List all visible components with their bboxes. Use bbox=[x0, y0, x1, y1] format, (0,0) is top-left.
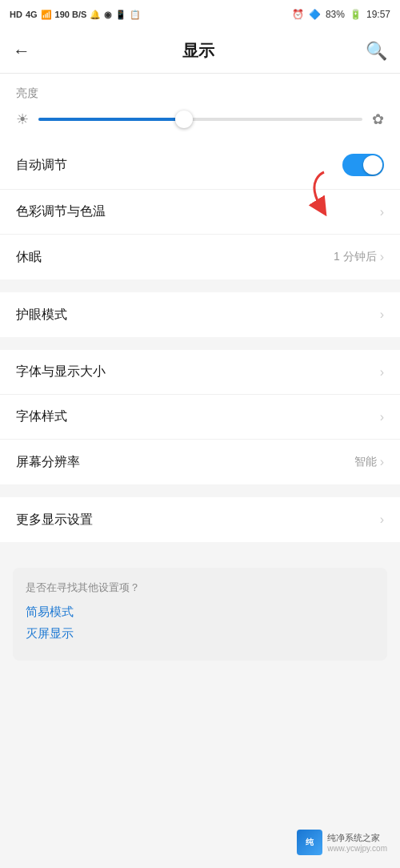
slider-fill bbox=[38, 118, 184, 121]
wifi-icon: 📶 bbox=[41, 10, 52, 20]
divider-1 bbox=[0, 286, 400, 292]
resolution-value-text: 智能 bbox=[354, 455, 377, 469]
sleep-value: 1 分钟后 › bbox=[334, 250, 384, 264]
suggestion-card: 是否在寻找其他设置项？ 简易模式 灭屏显示 bbox=[13, 568, 387, 661]
nav-bar: ← 显示 🔍 bbox=[0, 29, 400, 74]
watermark-logo-text: 纯 bbox=[306, 837, 314, 848]
auto-adjust-row[interactable]: 自动调节 bbox=[0, 141, 400, 190]
font-style-row[interactable]: 字体样式 › bbox=[0, 395, 400, 440]
battery-icon: 🔋 bbox=[350, 9, 362, 20]
page-title: 显示 bbox=[182, 40, 214, 62]
watermark-logo: 纯 bbox=[297, 830, 322, 855]
brightness-max-icon: ✿ bbox=[372, 111, 384, 128]
screen-off-link[interactable]: 灭屏显示 bbox=[26, 626, 374, 641]
chevron-icon-more: › bbox=[380, 512, 384, 527]
eye-mode-section: 护眼模式 › bbox=[0, 292, 400, 337]
speed-label: 190 B/S bbox=[55, 10, 87, 19]
color-temp-row[interactable]: 色彩调节与色温 › bbox=[0, 190, 400, 235]
brightness-min-icon: ☀ bbox=[16, 111, 29, 128]
slider-track bbox=[38, 118, 362, 121]
battery-label: 83% bbox=[326, 9, 345, 20]
font-style-label: 字体样式 bbox=[16, 408, 67, 425]
chevron-icon-color: › bbox=[380, 205, 384, 219]
more-display-label: 更多显示设置 bbox=[16, 512, 93, 528]
chevron-icon-font-size: › bbox=[380, 365, 384, 380]
status-bar: HD 4G 📶 190 B/S 🔔 ◉ 📱 📋 ⏰ 🔷 83% 🔋 19:57 bbox=[0, 0, 400, 29]
chevron-icon-resolution: › bbox=[380, 455, 384, 469]
divider-2 bbox=[0, 344, 400, 350]
app-icon-2: 📋 bbox=[130, 10, 141, 20]
chevron-icon-sleep: › bbox=[380, 250, 384, 264]
sleep-value-text: 1 分钟后 bbox=[334, 250, 377, 264]
divider-4 bbox=[0, 549, 400, 555]
status-left: HD 4G 📶 190 B/S 🔔 ◉ 📱 📋 bbox=[10, 10, 141, 20]
font-size-label: 字体与显示大小 bbox=[16, 364, 106, 380]
signal-label: 4G bbox=[26, 10, 38, 19]
alarm-icon: ⏰ bbox=[292, 9, 304, 20]
watermark-line1: 纯净系统之家 bbox=[327, 832, 387, 844]
more-settings-section: 更多显示设置 › bbox=[0, 497, 400, 542]
time-label: 19:57 bbox=[366, 9, 390, 20]
divider-3 bbox=[0, 491, 400, 497]
watermark-text: 纯净系统之家 www.ycwjpy.com bbox=[327, 832, 387, 853]
network-label: HD bbox=[10, 10, 22, 19]
toggle-thumb bbox=[363, 155, 382, 175]
color-temp-label: 色彩调节与色温 bbox=[16, 203, 106, 220]
chevron-icon-eye: › bbox=[380, 307, 384, 322]
brightness-slider[interactable] bbox=[38, 118, 362, 121]
bluetooth-icon: 🔷 bbox=[309, 9, 321, 20]
service-icon: ◉ bbox=[104, 10, 112, 20]
notification-icon: 🔔 bbox=[90, 10, 101, 20]
eye-mode-value: › bbox=[380, 307, 384, 322]
more-display-row[interactable]: 更多显示设置 › bbox=[0, 497, 400, 542]
eye-mode-row[interactable]: 护眼模式 › bbox=[0, 292, 400, 337]
brightness-label: 亮度 bbox=[16, 86, 384, 101]
resolution-value: 智能 › bbox=[354, 455, 384, 469]
brightness-row: ☀ ✿ bbox=[16, 111, 384, 128]
font-size-value: › bbox=[380, 365, 384, 380]
font-style-value: › bbox=[380, 410, 384, 424]
simple-mode-link[interactable]: 简易模式 bbox=[26, 605, 374, 620]
search-button[interactable]: 🔍 bbox=[366, 41, 387, 62]
back-button[interactable]: ← bbox=[13, 41, 30, 62]
watermark-line2: www.ycwjpy.com bbox=[327, 844, 387, 853]
resolution-label: 屏幕分辨率 bbox=[16, 454, 80, 471]
chevron-icon-font-style: › bbox=[380, 410, 384, 424]
app-icon-1: 📱 bbox=[115, 10, 126, 20]
slider-thumb[interactable] bbox=[175, 111, 193, 128]
brightness-container: 亮度 ☀ ✿ bbox=[0, 74, 400, 141]
sleep-row[interactable]: 休眠 1 分钟后 › bbox=[0, 235, 400, 279]
status-right: ⏰ 🔷 83% 🔋 19:57 bbox=[292, 9, 390, 20]
eye-mode-label: 护眼模式 bbox=[16, 307, 67, 323]
suggestion-title: 是否在寻找其他设置项？ bbox=[26, 581, 374, 595]
watermark: 纯 纯净系统之家 www.ycwjpy.com bbox=[297, 830, 387, 855]
color-temp-value: › bbox=[380, 205, 384, 219]
auto-adjust-label: 自动调节 bbox=[16, 157, 67, 174]
brightness-section: 亮度 ☀ ✿ 自动调节 色彩调节与色温 › 休眠 1 分钟后 › bbox=[0, 74, 400, 279]
sleep-label: 休眠 bbox=[16, 249, 42, 266]
font-section: 字体与显示大小 › 字体样式 › 屏幕分辨率 智能 › bbox=[0, 350, 400, 484]
font-size-row[interactable]: 字体与显示大小 › bbox=[0, 350, 400, 395]
resolution-row[interactable]: 屏幕分辨率 智能 › bbox=[0, 440, 400, 484]
more-display-value: › bbox=[380, 512, 384, 527]
auto-adjust-toggle[interactable] bbox=[342, 154, 384, 176]
